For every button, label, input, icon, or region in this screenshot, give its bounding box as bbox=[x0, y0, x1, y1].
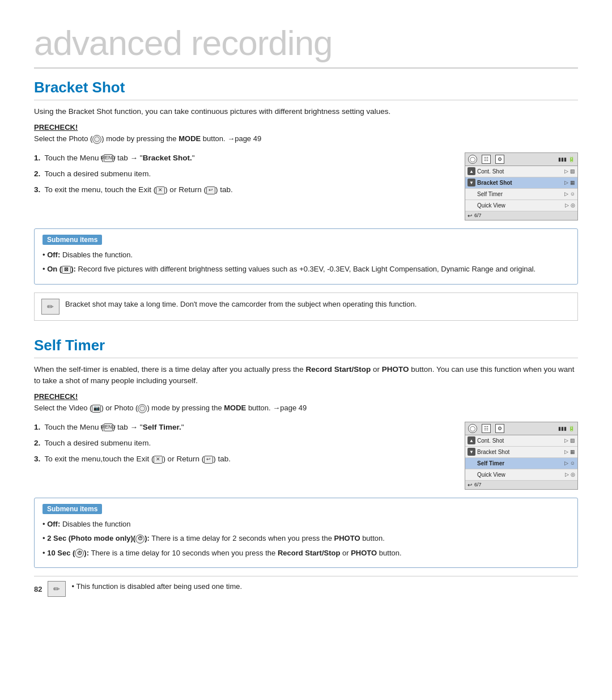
down-arrow-1: ▼ bbox=[468, 179, 475, 186]
bracket-shot-steps: 1. Touch the Menu (MENU) tab → "Bracket … bbox=[34, 152, 453, 201]
back-arrow-icon-1: ↩ bbox=[468, 213, 472, 219]
bracket-shot-submenu-box: Submenu items • Off: Disables the functi… bbox=[34, 228, 578, 285]
exit-icon-2: ✕ bbox=[154, 456, 163, 464]
menu-row-quick-view-2: Quick View ▷ ◎ bbox=[465, 469, 577, 481]
menu-icon-2: MENU bbox=[104, 423, 113, 431]
bracket-shot-icon-1: ▷ ▦ bbox=[564, 180, 575, 185]
down-arrow-2: ▼ bbox=[468, 448, 475, 456]
topbar-grid-icon-1: ☷ bbox=[482, 155, 491, 164]
menu-row-quick-view-1: Quick View ▷ ◎ bbox=[465, 200, 577, 211]
bracket-shot-submenu-off: • Off: Disables the function. bbox=[42, 249, 570, 261]
self-timer-icon-2: ▷ ☺ bbox=[564, 460, 575, 466]
self-timer-label-2: Self Timer bbox=[475, 460, 564, 466]
quick-view-label-1: Quick View bbox=[475, 202, 565, 209]
bracket-shot-note-text: Bracket shot may take a long time. Don't… bbox=[65, 299, 416, 310]
self-timer-submenu-off: • Off: Disables the function bbox=[42, 519, 570, 530]
menu-topbar-1: ◯ ☷ ⚙ ▮▮▮ 🔋 bbox=[465, 153, 577, 166]
cont-shot-label-1: Cont. Shot bbox=[475, 168, 564, 175]
self-timer-steps-row: 1. Touch the Menu (MENU) tab → "Self Tim… bbox=[34, 422, 578, 490]
bracket-shot-step-1: 1. Touch the Menu (MENU) tab → "Bracket … bbox=[34, 152, 453, 164]
topbar-battery-icon-1: ▮▮▮ 🔋 bbox=[558, 156, 575, 162]
self-timer-note: ✏ • This function is disabled after bein… bbox=[48, 581, 578, 597]
bracket-shot-precheck-label: PRECHECK! bbox=[34, 123, 578, 131]
topbar-gear-icon-2: ⚙ bbox=[495, 424, 504, 433]
page-number: 82 bbox=[34, 585, 42, 593]
self-timer-heading: Self Timer bbox=[34, 337, 578, 358]
cont-shot-label-2: Cont. Shot bbox=[475, 438, 564, 444]
menu-footer-2: ↩ 6/7 bbox=[465, 481, 577, 489]
menu-row-self-timer-1: Self Timer ▷ ☺ bbox=[465, 189, 577, 200]
page-indicator-1: 6/7 bbox=[474, 213, 482, 218]
self-timer-label-1: Self Timer bbox=[475, 191, 564, 197]
exit-icon-1: ✕ bbox=[156, 186, 165, 194]
menu-row-self-timer-2: Self Timer ▷ ☺ bbox=[465, 458, 577, 469]
back-arrow-icon-2: ↩ bbox=[468, 482, 472, 488]
self-timer-submenu-10sec: • 10 Sec (⏱): There is a time delay for … bbox=[42, 548, 570, 559]
bracket-shot-steps-row: 1. Touch the Menu (MENU) tab → "Bracket … bbox=[34, 152, 578, 220]
cont-shot-icon-2: ▷ ▨ bbox=[564, 438, 575, 443]
self-timer-bottom-row: 82 ✏ • This function is disabled after b… bbox=[34, 576, 578, 597]
bracket-shot-intro: Using the Bracket Shot function, you can… bbox=[34, 106, 578, 117]
self-timer-step-2: 2. Touch a desired submenu item. bbox=[34, 438, 453, 449]
menu-icon-1: MENU bbox=[104, 154, 113, 162]
self-timer-steps: 1. Touch the Menu (MENU) tab → "Self Tim… bbox=[34, 422, 453, 470]
up-arrow-1: ▲ bbox=[468, 167, 475, 175]
bracket-shot-submenu-on: • On (⊠): Record five pictures with diff… bbox=[42, 264, 570, 275]
bracket-shot-menu-panel: ◯ ☷ ⚙ ▮▮▮ 🔋 ▲ Cont. Shot ▷ ▨ ▼ Bracket S… bbox=[465, 152, 578, 220]
menu-row-bracket-shot-2: ▼ Bracket Shot ▷ ▦ bbox=[465, 447, 577, 458]
topbar-circle-icon-1: ◯ bbox=[468, 155, 477, 164]
self-timer-precheck-label: PRECHECK! bbox=[34, 392, 578, 401]
note-icon-1: ✏ bbox=[41, 299, 60, 315]
self-timer-note-text: • This function is disabled after being … bbox=[71, 581, 242, 592]
2sec-icon: ⏱ bbox=[135, 534, 144, 544]
quick-view-icon-1: ▷ ◎ bbox=[565, 202, 575, 208]
cont-shot-icon-1: ▷ ▨ bbox=[564, 168, 575, 174]
bracket-shot-icon-2: ▷ ▦ bbox=[564, 449, 575, 455]
10sec-icon: ⏱ bbox=[75, 549, 84, 558]
up-arrow-2: ▲ bbox=[468, 436, 475, 444]
self-timer-submenu-title: Submenu items bbox=[42, 504, 102, 514]
note-icon-2: ✏ bbox=[48, 581, 66, 597]
topbar-circle-icon-2: ◯ bbox=[468, 424, 477, 433]
bracket-shot-step-3: 3. To exit the menu, touch the Exit (✕) … bbox=[34, 184, 453, 196]
self-timer-menu-panel: ◯ ☷ ⚙ ▮▮▮ 🔋 ▲ Cont. Shot ▷ ▨ ▼ Bracket S… bbox=[465, 422, 578, 490]
bracket-shot-note: ✏ Bracket shot may take a long time. Don… bbox=[34, 292, 578, 321]
page-title: advanced recording bbox=[34, 23, 578, 69]
self-timer-precheck-text: Select the Video (📷) or Photo (◯) mode b… bbox=[34, 402, 578, 414]
self-timer-submenu-box: Submenu items • Off: Disables the functi… bbox=[34, 498, 578, 569]
bracket-shot-label-1: Bracket Shot bbox=[475, 180, 564, 186]
photo-mode-icon-2: ◯ bbox=[138, 404, 147, 413]
self-timer-step-3: 3. To exit the menu,touch the Exit (✕) o… bbox=[34, 453, 453, 465]
bracket-shot-heading: Bracket Shot bbox=[34, 79, 578, 100]
bracket-shot-section: Bracket Shot Using the Bracket Shot func… bbox=[34, 79, 578, 321]
menu-topbar-2: ◯ ☷ ⚙ ▮▮▮ 🔋 bbox=[465, 422, 577, 435]
menu-row-bracket-shot-1: ▼ Bracket Shot ▷ ▦ bbox=[465, 177, 577, 189]
self-timer-submenu-2sec: • 2 Sec (Photo mode only)(⏱): There is a… bbox=[42, 533, 570, 544]
return-icon-1: ↩ bbox=[206, 186, 215, 194]
bracket-shot-submenu-title: Submenu items bbox=[42, 235, 102, 245]
menu-footer-1: ↩ 6/7 bbox=[465, 211, 577, 220]
menu-row-cont-shot-1: ▲ Cont. Shot ▷ ▨ bbox=[465, 166, 577, 177]
topbar-grid-icon-2: ☷ bbox=[482, 424, 491, 433]
menu-row-cont-shot-2: ▲ Cont. Shot ▷ ▨ bbox=[465, 435, 577, 447]
bracket-on-icon: ⊠ bbox=[62, 266, 71, 274]
self-timer-icon-1: ▷ ☺ bbox=[564, 191, 575, 197]
bracket-shot-precheck-text: Select the Photo (◯) mode by pressing th… bbox=[34, 133, 578, 145]
page-indicator-2: 6/7 bbox=[474, 482, 482, 487]
self-timer-intro: When the self-timer is enabled, there is… bbox=[34, 364, 578, 387]
video-mode-icon: 📷 bbox=[92, 405, 101, 413]
photo-mode-icon: ◯ bbox=[92, 135, 101, 144]
return-icon-2: ↩ bbox=[204, 456, 213, 464]
quick-view-label-2: Quick View bbox=[475, 472, 565, 478]
bracket-shot-step-2: 2. Touch a desired submenu item. bbox=[34, 168, 453, 180]
quick-view-icon-2: ▷ ◎ bbox=[565, 472, 575, 477]
topbar-gear-icon-1: ⚙ bbox=[495, 155, 504, 164]
self-timer-section: Self Timer When the self-timer is enable… bbox=[34, 337, 578, 597]
bracket-shot-label-2: Bracket Shot bbox=[475, 449, 564, 455]
self-timer-step-1: 1. Touch the Menu (MENU) tab → "Self Tim… bbox=[34, 422, 453, 433]
topbar-battery-icon-2: ▮▮▮ 🔋 bbox=[558, 426, 575, 431]
